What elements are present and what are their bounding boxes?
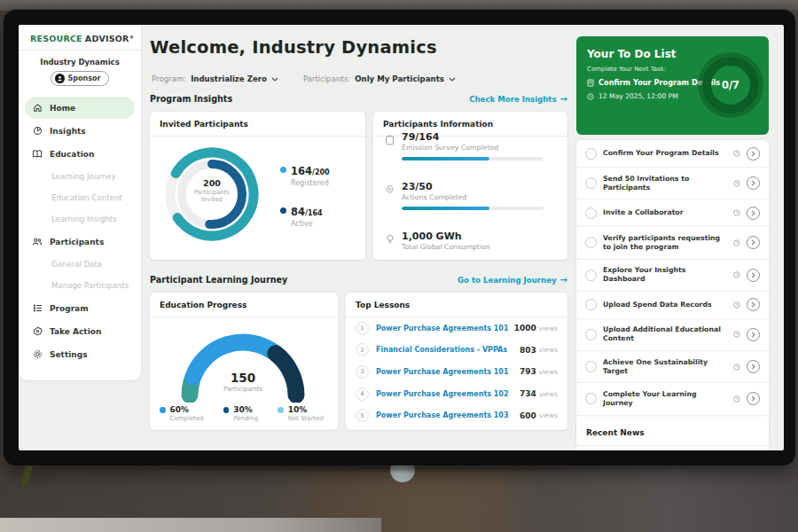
task-open-button[interactable] [747, 207, 760, 220]
clock-icon [733, 301, 740, 309]
task-open-button[interactable] [747, 236, 760, 249]
filters-row: Program: Industrialize Zero Participants… [152, 74, 456, 83]
check-more-insights-link[interactable]: Check More Insights→ [469, 94, 567, 104]
clock-icon [587, 93, 594, 100]
lesson-link[interactable]: Power Purchase Agreements 103 [376, 411, 520, 419]
clock-icon [733, 271, 740, 278]
task-open-button[interactable] [747, 392, 760, 405]
sidebar-item-settings[interactable]: Settings [25, 343, 135, 365]
task-checkbox[interactable] [585, 237, 597, 248]
task-row-invite-a-collaborator[interactable]: Invite a Collaborator [576, 200, 769, 227]
lesson-link[interactable]: Financial Considerations - VPPAs [376, 346, 520, 354]
task-checkbox[interactable] [585, 148, 597, 160]
task-label: Confirm Your Program Details [603, 149, 727, 158]
lesson-views: 600 [520, 411, 536, 420]
sidebar-item-home[interactable]: Home [25, 97, 135, 119]
task-open-button[interactable] [747, 360, 760, 373]
sidebar-item-label: Learning Insights [51, 215, 117, 223]
sidebar-item-take-action[interactable]: Take Action [25, 320, 135, 342]
task-row-upload-spend-data-records[interactable]: Upload Spend Data Records [576, 292, 769, 319]
task-row-send-50-invitations-to-participants[interactable]: Send 50 Invitations to Participants [576, 168, 769, 200]
task-label: Upload Additional Educational Content [603, 325, 727, 343]
lesson-views-suffix: views [539, 346, 558, 354]
donut-legend: 164/200 Registered 84/164 Active [280, 161, 330, 243]
sidebar-item-insights[interactable]: Insights [25, 120, 135, 142]
insights-icon [32, 126, 43, 137]
sidebar-item-label: Settings [50, 350, 87, 359]
task-row-explore-your-insights-dashboard[interactable]: Explore Your Insights Dashboard [576, 260, 769, 292]
task-checkbox[interactable] [585, 177, 597, 189]
settings-icon [32, 349, 43, 360]
task-checkbox[interactable] [585, 270, 597, 281]
education-gauge-chart [174, 321, 312, 403]
task-open-button[interactable] [747, 298, 760, 311]
info-row-emission-survey-completed: 79/164Emission Survey Completed [384, 131, 557, 160]
sidebar-item-label: Program [50, 304, 89, 313]
task-checkbox[interactable] [585, 393, 597, 404]
task-checkbox[interactable] [585, 329, 597, 340]
legend-item-not-started: 10%Not Started [278, 405, 324, 422]
task-label: Complete Your Learning Journey [603, 390, 727, 408]
legend-dot [280, 207, 286, 214]
education-icon [32, 149, 43, 160]
lesson-views: 803 [520, 346, 536, 355]
task-open-button[interactable] [747, 176, 760, 190]
sponsor-icon [55, 74, 65, 83]
organization-name: Industry Dynamics [19, 58, 141, 66]
clock-icon [733, 180, 740, 187]
bulb-icon [384, 231, 395, 251]
lesson-views: 734 [520, 389, 536, 398]
task-open-button[interactable] [747, 269, 760, 282]
actions-icon [384, 181, 395, 210]
participants-select[interactable]: Participants: Only My Participants [303, 74, 456, 83]
task-row-verify-participants-requesting-to-join-the-program[interactable]: Verify participants requesting to join t… [576, 227, 769, 259]
participants-icon [32, 237, 43, 247]
card-title: Top Lessons [346, 293, 567, 317]
task-label: Invite a Collaborator [603, 208, 727, 217]
info-row-total-global-consumption: 1,000 GWhTotal Global Consumption [384, 231, 557, 251]
progress-track [402, 157, 544, 160]
clock-icon [733, 395, 740, 403]
todo-progress-value: 0/7 [702, 57, 759, 113]
section-title: Participant Learning Journey [150, 275, 287, 285]
task-open-button[interactable] [747, 328, 760, 341]
task-checkbox[interactable] [585, 361, 597, 372]
progress-fill [402, 207, 489, 210]
task-checkbox[interactable] [585, 207, 597, 219]
lesson-link[interactable]: Power Purchase Agreements 101 [376, 368, 520, 376]
lesson-link[interactable]: Power Purchase Agreements 102 [376, 390, 520, 398]
task-label: Explore Your Insights Dashboard [603, 266, 727, 284]
lesson-link[interactable]: Power Purchase Agreements 101 [376, 325, 514, 332]
info-row-actions-completed: 23/50Actions Completed [384, 181, 557, 210]
legend-dot [280, 167, 286, 173]
invited-participants-card: Invited Participants 200 Participants In… [150, 112, 365, 260]
sidebar-item-learning-journey[interactable]: Learning Journey [19, 166, 141, 187]
section-title: Program Insights [150, 94, 232, 104]
app-logo: RESOURCEADVISOR+ [19, 25, 141, 50]
sidebar-item-education[interactable]: Education [25, 143, 135, 165]
todo-summary-card: Your To Do List Complete Your Next Task:… [576, 36, 769, 135]
task-row-achieve-one-sustainability-target[interactable]: Achieve One Sustainability Target [576, 351, 769, 383]
task-row-complete-your-learning-journey[interactable]: Complete Your Learning Journey [576, 383, 769, 415]
lesson-row: 3 Power Purchase Agreements 101 793 view… [346, 361, 567, 383]
program-icon [32, 303, 43, 314]
program-select[interactable]: Program: Industrialize Zero [152, 74, 278, 83]
sidebar-item-general-data[interactable]: General Data [19, 254, 141, 275]
sponsor-badge[interactable]: Sponsor [51, 71, 110, 86]
task-row-confirm-your-program-details[interactable]: Confirm Your Program Details [576, 140, 769, 168]
go-to-learning-journey-link[interactable]: Go to Learning Journey→ [458, 275, 567, 285]
task-label: Verify participants requesting to join t… [603, 234, 727, 252]
sidebar-item-manage-participants[interactable]: Manage Participants [19, 275, 141, 296]
sidebar-item-program[interactable]: Program [25, 297, 135, 319]
legend-dot [223, 407, 230, 413]
clock-icon [733, 150, 740, 157]
task-label: Achieve One Sustainability Target [603, 358, 727, 376]
task-open-button[interactable] [747, 147, 760, 160]
task-row-upload-additional-educational-content[interactable]: Upload Additional Educational Content [576, 319, 769, 351]
program-insights-header: Program Insights Check More Insights→ [150, 94, 567, 104]
sidebar-item-learning-insights[interactable]: Learning Insights [19, 208, 141, 230]
task-checkbox[interactable] [585, 299, 597, 310]
sidebar-item-education-content[interactable]: Education Content [19, 187, 141, 208]
survey-icon [384, 131, 395, 160]
sidebar-item-participants[interactable]: Participants [25, 231, 135, 253]
